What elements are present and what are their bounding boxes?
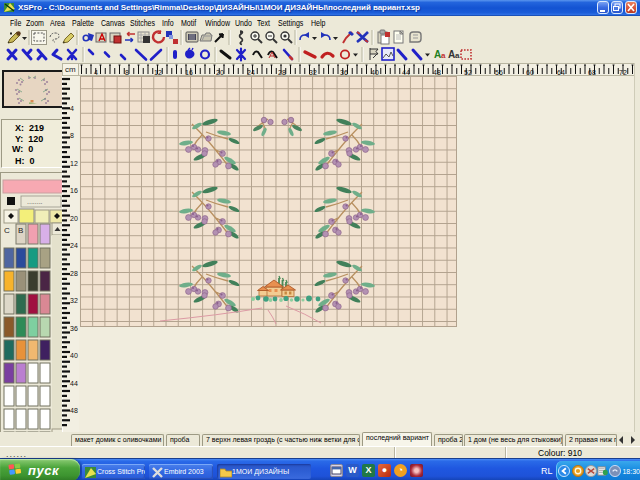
svg-text:48: 48 [433,69,441,76]
svg-text:20: 20 [70,215,78,222]
svg-text:36: 36 [70,325,78,332]
svg-text:24: 24 [70,242,78,249]
svg-text:........: ........ [27,198,43,205]
svg-text:16: 16 [185,69,193,76]
svg-text:20: 20 [216,69,224,76]
svg-text:44: 44 [402,69,410,76]
svg-text:68: 68 [588,69,596,76]
svg-text:12: 12 [70,160,78,167]
svg-text:28: 28 [278,69,286,76]
svg-text:40: 40 [371,69,379,76]
svg-text:32: 32 [70,297,78,304]
svg-text:4: 4 [94,69,98,76]
svg-text:8: 8 [125,69,129,76]
svg-text:12: 12 [154,69,162,76]
svg-text:C: C [4,226,10,235]
svg-text:8: 8 [70,132,74,139]
svg-text:24: 24 [247,69,255,76]
svg-text:60: 60 [526,69,534,76]
svg-text:72: 72 [619,69,627,76]
svg-text:a: a [441,51,446,60]
svg-text:32: 32 [309,69,317,76]
svg-text:16: 16 [70,187,78,194]
svg-text:44: 44 [70,380,78,387]
svg-text:40: 40 [70,352,78,359]
svg-text:56: 56 [495,69,503,76]
svg-text:48: 48 [70,407,78,414]
svg-text:36: 36 [340,69,348,76]
svg-text:B: B [18,226,23,235]
svg-text:52: 52 [464,69,472,76]
svg-text:28: 28 [70,270,78,277]
svg-text:a: a [455,51,460,60]
svg-text:64: 64 [557,69,565,76]
svg-text:4: 4 [70,105,74,112]
